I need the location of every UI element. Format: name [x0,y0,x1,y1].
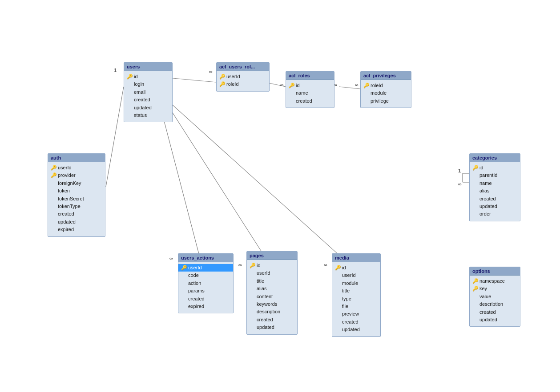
table-options[interactable]: options 🔑 namespace 🔑 key value descript… [469,267,520,327]
field-auth-provider: 🔑 provider [51,172,102,179]
table-users-actions-body: 🔑 userId code action params created [178,262,233,313]
field-opt-updated: updated [472,316,517,324]
table-acl-users-rol-body: 🔑 userId 🔑 roleId [217,71,269,91]
rel-media-left: ∞ [324,262,327,268]
field-auth-foreignKey: foreignKey [51,180,102,187]
rel-pages-left: ∞ [238,262,242,268]
field-media-title: title [335,287,378,295]
rel-acl-users-right: ∞ [280,82,284,88]
field-opt-value: value [472,293,517,300]
table-pages[interactable]: pages 🔑 id userId title alias content [246,251,298,335]
field-pages-keywords: keywords [250,300,294,308]
field-media-userId: userId [335,272,378,279]
svg-line-1 [168,78,216,82]
field-users-login: login [127,80,169,88]
table-media-header: media [332,254,380,262]
field-users-email: email [127,88,169,96]
field-opt-namespace: 🔑 namespace [472,277,517,285]
field-ua-created: created [181,295,230,303]
table-users-header: users [124,63,172,71]
table-users-actions[interactable]: users_actions 🔑 userId code action param… [178,253,234,313]
field-auth-tokenType: tokenType [51,203,102,210]
diagram-container: 1 1 ∞ ∞ ∞ ∞ ∞ ∞ ∞ ∞ 1 ∞ users 🔑 id login… [0,0,560,392]
svg-line-3 [160,93,267,260]
field-auth-expired: expired [51,226,102,233]
field-auth-token: token [51,187,102,195]
field-users-status: status [127,112,169,119]
table-acl-roles-body: 🔑 id name created [286,80,334,108]
table-auth-header: auth [48,154,105,162]
table-acl-users-rol[interactable]: acl_users_rol... 🔑 userId 🔑 roleId [216,62,270,92]
table-media-body: 🔑 id userId module title type file [332,262,380,336]
field-auth-tokenSecret: tokenSecret [51,195,102,203]
table-acl-privileges-header: acl_privileges [361,72,411,80]
rel-categories-inf: ∞ [458,181,462,187]
field-cat-name: name [472,180,517,187]
rel-users-left-1: 1 [114,68,117,73]
field-cat-updated: updated [472,203,517,210]
field-media-id: 🔑 id [335,264,378,272]
table-users-body: 🔑 id login email created updated sta [124,71,172,122]
table-categories-body: 🔑 id parentId name alias created upd [470,162,520,221]
field-acl-priv-roleId: 🔑 roleId [363,82,408,89]
field-auth-created: created [51,210,102,218]
table-options-header: options [470,267,520,276]
table-users[interactable]: users 🔑 id login email created updated [124,62,173,122]
field-users-created: created [127,96,169,104]
key-icon-users-id: 🔑 [127,73,133,80]
table-users-actions-header: users_actions [178,254,233,262]
field-users-updated: updated [127,104,169,112]
table-media[interactable]: media 🔑 id userId module title type [332,253,381,337]
field-media-module: module [335,280,378,287]
field-opt-created: created [472,308,517,316]
field-media-created: created [335,318,378,326]
table-acl-privileges[interactable]: acl_privileges 🔑 roleId module privilege [360,71,411,108]
field-acl-users-rol-userId: 🔑 userId [219,73,266,80]
field-acl-roles-id: 🔑 id [289,82,331,89]
field-acl-priv-privilege: privilege [363,97,408,105]
table-auth[interactable]: auth 🔑 userId 🔑 provider foreignKey toke… [48,153,105,237]
field-pages-userId: userId [250,269,294,277]
table-pages-body: 🔑 id userId title alias content keyw [247,260,297,334]
svg-line-0 [106,87,124,187]
table-auth-body: 🔑 userId 🔑 provider foreignKey token tok… [48,162,105,236]
field-cat-created: created [472,195,517,203]
field-ua-code: code [181,272,230,279]
field-media-preview: preview [335,310,378,318]
rel-acl-users-left: ∞ [209,69,213,74]
field-acl-users-rol-roleId: 🔑 roleId [219,80,266,88]
table-categories-header: categories [470,154,520,162]
field-pages-description: description [250,308,294,316]
field-opt-key: 🔑 key [472,285,517,292]
field-cat-order: order [472,210,517,218]
table-pages-header: pages [247,252,297,260]
field-pages-alias: alias [250,285,294,292]
field-media-type: type [335,295,378,303]
field-cat-alias: alias [472,187,517,195]
field-ua-params: params [181,287,230,295]
field-media-file: file [335,303,378,310]
field-ua-expired: expired [181,303,230,310]
rel-acl-roles-right: ∞ [355,82,359,88]
field-acl-priv-module: module [363,89,408,97]
field-cat-id: 🔑 id [472,164,517,172]
field-pages-id: 🔑 id [250,262,294,269]
rel-users-actions-left: ∞ [169,256,173,261]
field-ua-action: action [181,280,230,287]
field-users-id: 🔑 id [127,73,169,80]
field-media-updated: updated [335,326,378,333]
field-pages-title: title [250,277,294,285]
rel-categories-1: 1 [458,168,461,173]
table-categories[interactable]: categories 🔑 id parentId name alias crea… [469,153,520,221]
svg-line-4 [165,98,347,262]
field-opt-description: description [472,300,517,308]
field-auth-updated: updated [51,218,102,226]
table-acl-users-rol-header: acl_users_rol... [217,63,269,71]
table-acl-privileges-body: 🔑 roleId module privilege [361,80,411,108]
field-auth-userId: 🔑 userId [51,164,102,172]
field-cat-parentId: parentId [472,172,517,179]
table-acl-roles[interactable]: acl_roles 🔑 id name created [286,71,334,108]
field-acl-roles-created: created [289,97,331,105]
table-options-body: 🔑 namespace 🔑 key value description crea… [470,276,520,326]
field-pages-created: created [250,316,294,324]
